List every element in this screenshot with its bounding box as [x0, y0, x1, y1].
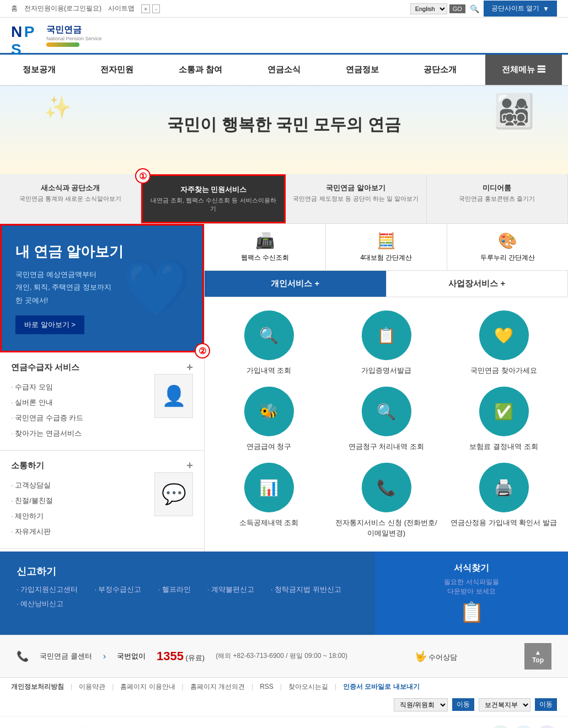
- dept-selector[interactable]: 직원/위원회: [394, 698, 448, 711]
- nav-link-1[interactable]: 전자민원: [84, 55, 150, 85]
- nav-link-3[interactable]: 연금소식: [251, 55, 317, 85]
- quick-item-2[interactable]: 국민연금 알아보기 국민연금 제도정보 등 공단이 하는 일 알아보기: [286, 174, 427, 223]
- top-right-controls: English GO 🔍 공단사이트 열기 ▼: [410, 1, 557, 17]
- person-icon: 👤: [162, 384, 186, 408]
- quick-item-1[interactable]: 자주찾는 민원서비스 내연금 조회, 웹팩스 수신조회 등 서비스이용하기 ①: [141, 174, 285, 223]
- webfax-item[interactable]: 📠 웹팩스 수신조회: [205, 224, 326, 270]
- service-icon-2: 💛: [479, 311, 529, 360]
- service-item-2[interactable]: 💛 국민연금 찾아가세요: [451, 311, 557, 376]
- quick-item-3[interactable]: 미디어룸 국민연금 홍보콘텐츠 즐기기: [427, 174, 568, 223]
- footer-link-directions[interactable]: 찾아오시는길: [288, 682, 328, 692]
- header: N P S 국민연금 National Pension Service: [0, 18, 568, 55]
- footer-link-terms[interactable]: 이용약관: [79, 682, 105, 692]
- nav-item-2[interactable]: 소통과 참여: [162, 55, 239, 85]
- hero-banner: 국민이 행복한 국민 모두의 연금 👨‍👩‍👧‍👦 ✨: [0, 86, 568, 174]
- footer-service-area: 신고하기 가입지원신고센터 부정수급신고 헬프라인 계약불편신고 청탁금지법 위…: [0, 552, 568, 635]
- service-label-2: 국민연금 찾아가세요: [470, 366, 537, 376]
- search-button[interactable]: 🔍: [470, 4, 479, 13]
- nav-link-6[interactable]: 전체메뉴 ☰: [485, 55, 562, 85]
- nav-link-4[interactable]: 연금정보: [329, 55, 395, 85]
- nav-item-4[interactable]: 연금정보: [329, 55, 395, 85]
- forms-icon: 📋: [386, 601, 557, 624]
- comm-item-0[interactable]: 고객상담실: [11, 478, 154, 493]
- service-item-1[interactable]: 📋 가입증명서발급: [333, 311, 440, 376]
- footer-forms[interactable]: 서식찾기 필요한 서식파일을 다운받아 보세요 📋: [375, 552, 568, 635]
- nav-item-5[interactable]: 공단소개: [407, 55, 473, 85]
- electronic-link[interactable]: 전자민원이용(로그인필요): [24, 4, 101, 13]
- logo-korean: 국민연금: [46, 24, 102, 36]
- my-pension-button[interactable]: 바로 알아보기 >: [15, 315, 84, 334]
- service-item-8[interactable]: 🖨️ 연금산정용 가입내역 확인서 발급: [451, 463, 557, 538]
- pension-item-3[interactable]: 찾아가는 연금서비스: [11, 426, 154, 441]
- nav-item-0[interactable]: 정보공개: [6, 55, 72, 85]
- report-link-0[interactable]: 가입지원신고센터: [17, 585, 78, 595]
- service-label-1: 가입증명서발급: [361, 366, 411, 376]
- footer-report: 신고하기 가입지원신고센터 부정수급신고 헬프라인 계약불편신고 청탁금지법 위…: [0, 552, 375, 635]
- footer-link-guide[interactable]: 홈페이지 이용안내: [120, 682, 175, 692]
- pension-service-expand[interactable]: +: [186, 361, 193, 374]
- pension-item-0[interactable]: 수급자 모임: [11, 379, 154, 395]
- language-dropdown[interactable]: English: [410, 3, 447, 14]
- four-ins-label: 4대보험 간단계산: [360, 253, 412, 263]
- logo[interactable]: N P S 국민연금 National Pension Service: [11, 23, 102, 47]
- quick-item-0[interactable]: 새소식과 공단소개 국민연금 통계와 새로운 소식알아보기: [0, 174, 141, 223]
- service-item-5[interactable]: ✅ 보험료 결정내역 조회: [451, 387, 557, 452]
- service-label-7: 전자통지서비스 신청 (전화번호/이메일변경): [333, 518, 440, 538]
- comm-item-1[interactable]: 친절/불친절: [11, 493, 154, 508]
- comm-item-2[interactable]: 제안하기: [11, 508, 154, 524]
- service-item-4[interactable]: 🔍 연금청구 처리내역 조회: [333, 387, 440, 452]
- welfare-selector[interactable]: 보건복지부: [479, 698, 531, 711]
- service-item-0[interactable]: 🔍 가입내역 조회: [216, 311, 322, 376]
- nav-link-2[interactable]: 소통과 참여: [162, 55, 239, 85]
- home-link[interactable]: 홈: [11, 4, 18, 13]
- nav-item-3[interactable]: 연금소식: [251, 55, 317, 85]
- left-panel: 내 연금 알아보기 국민연금 예상연금액부터 개인, 퇴직, 주택연금 정보까지…: [0, 224, 204, 552]
- nav-item-6[interactable]: 전체메뉴 ☰: [485, 55, 562, 85]
- logo-n: N: [11, 23, 22, 40]
- service-label-0: 가입내역 조회: [247, 366, 292, 376]
- turunu-item[interactable]: 🎨 두루누리 간단계산: [447, 224, 568, 270]
- hero-title: 국민이 행복한 국민 모두의 연금: [11, 114, 557, 136]
- communicate-expand[interactable]: +: [186, 459, 193, 472]
- communicate-section: 소통하기 + 고객상담실 친절/불친절 제안하기 자유게시판 💬: [0, 451, 204, 549]
- footer-link-cert[interactable]: 인증서 모바일로 내보내기: [343, 682, 420, 692]
- service-item-6[interactable]: 📊 소득공제내역 조회: [216, 463, 322, 538]
- welfare-go-button[interactable]: 이동: [535, 698, 557, 711]
- lang-go-button[interactable]: GO: [449, 4, 465, 13]
- nav-link-0[interactable]: 정보공개: [6, 55, 72, 85]
- report-link-3[interactable]: 계약불편신고: [207, 585, 254, 595]
- service-item-7[interactable]: 📞 전자통지서비스 신청 (전화번호/이메일변경): [333, 463, 440, 538]
- pension-service-content: 수급자 모임 실버론 안내 국민연금 수급증 카드 찾아가는 연금서비스 👤: [11, 374, 193, 441]
- service-icon-4: 🔍: [362, 387, 411, 436]
- footer-link-rss[interactable]: RSS: [260, 683, 274, 690]
- dept-go-button[interactable]: 이동: [452, 698, 474, 711]
- sign-language-section[interactable]: 🤟 수어상담: [415, 650, 458, 662]
- report-link-2[interactable]: 헬프라인: [158, 585, 190, 595]
- communicate-content: 고객상담실 친절/불친절 제안하기 자유게시판 💬: [11, 472, 193, 539]
- footer-link-privacy[interactable]: 개인정보처리방침: [11, 682, 64, 692]
- tab-plus[interactable]: +: [141, 4, 150, 13]
- comm-item-3[interactable]: 자유게시판: [11, 524, 154, 539]
- tab-business[interactable]: 사업장서비스 +: [387, 271, 569, 297]
- report-link-4[interactable]: 청탁금지법 위반신고: [271, 585, 341, 595]
- open-site-button[interactable]: 공단사이트 열기 ▼: [484, 1, 557, 17]
- pension-item-2[interactable]: 국민연금 수급증 카드: [11, 410, 154, 426]
- service-item-3[interactable]: 🐝 연금급여 청구: [216, 387, 322, 452]
- tab-personal[interactable]: 개인서비스 +: [205, 271, 387, 297]
- service-tabs: 개인서비스 + 사업장서비스 +: [205, 271, 568, 297]
- nav-item-1[interactable]: 전자민원: [84, 55, 150, 85]
- nav-link-5[interactable]: 공단소개: [407, 55, 473, 85]
- sign-label: 수어상담: [428, 653, 457, 661]
- sitemap-link[interactable]: 사이트맵: [108, 4, 135, 13]
- tab-minus[interactable]: -: [152, 4, 160, 13]
- quick-menu-bar: 새소식과 공단소개 국민연금 통계와 새로운 소식알아보기 자주찾는 민원서비스…: [0, 174, 568, 224]
- four-insurance-item[interactable]: 🧮 4대보험 간단계산: [326, 224, 447, 270]
- logo-stripe: [46, 42, 79, 47]
- quick-sub-0: 국민연금 통계와 새로운 소식알아보기: [6, 195, 135, 203]
- pension-item-1[interactable]: 실버론 안내: [11, 395, 154, 410]
- report-link-5[interactable]: 예산낭비신고: [17, 599, 63, 609]
- footer-link-improve[interactable]: 홈페이지 개선의견: [190, 682, 245, 692]
- top-button[interactable]: ▲ Top: [524, 643, 551, 670]
- report-link-1[interactable]: 부정수급신고: [94, 585, 141, 595]
- contact-desc: 국번없이: [117, 651, 146, 661]
